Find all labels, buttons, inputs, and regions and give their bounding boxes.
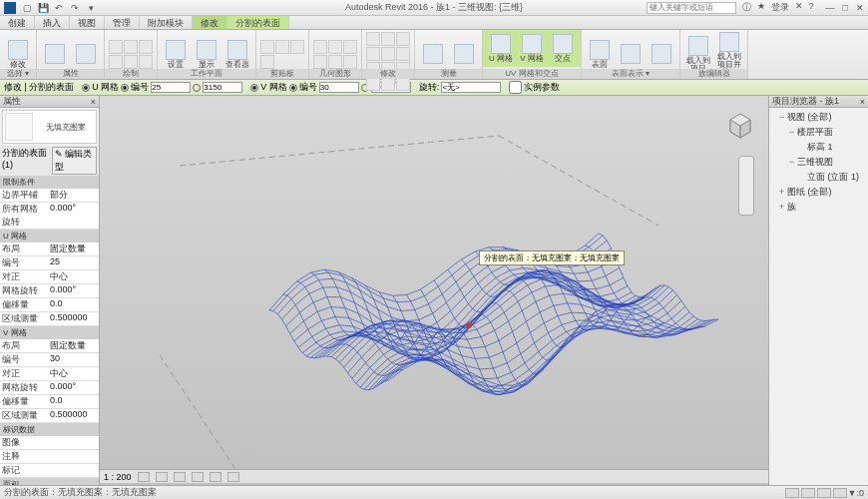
filter-count[interactable]: ▼:0	[848, 488, 864, 498]
tab-create[interactable]: 创建	[0, 16, 35, 29]
tree-item[interactable]: −三维视图	[771, 155, 866, 170]
sb-btn2[interactable]	[801, 488, 815, 498]
qat-redo-icon[interactable]: ↷	[68, 2, 82, 14]
ribbon-button[interactable]: 表面	[586, 40, 614, 69]
prop-row[interactable]: 编号30	[0, 353, 99, 367]
ribbon-small-btn[interactable]	[381, 47, 395, 61]
u-dist-radio[interactable]	[193, 84, 201, 92]
prop-row[interactable]: 网格旋转0.000°	[0, 284, 99, 298]
type-selector[interactable]: 无填充图案	[2, 110, 97, 144]
ribbon-button[interactable]	[648, 44, 675, 65]
prop-value[interactable]: 固定数量	[48, 243, 99, 255]
scale-label[interactable]: 1 : 200	[104, 472, 132, 482]
prop-value[interactable]: 中心	[48, 367, 99, 380]
prop-value[interactable]: 30	[48, 353, 99, 366]
tab-view[interactable]: 视图	[70, 16, 105, 29]
prop-row[interactable]: 偏移量0.0	[0, 298, 99, 312]
prop-section-header[interactable]: V 网格	[0, 326, 99, 339]
prop-row[interactable]: 区域测量0.500000	[0, 312, 99, 326]
tab-modify[interactable]: 修改	[193, 16, 227, 29]
sb-btn4[interactable]	[833, 488, 847, 498]
tree-item[interactable]: 立面 (立面 1)	[771, 170, 866, 185]
ribbon-small-btn[interactable]	[124, 55, 138, 69]
qat-save-icon[interactable]: 💾	[36, 2, 50, 14]
prop-row[interactable]: 布局固定数量	[0, 243, 99, 256]
prop-value[interactable]: 0.500000	[48, 312, 99, 325]
nav-bar[interactable]	[738, 156, 754, 216]
tree-item[interactable]: −楼层平面	[771, 125, 866, 140]
v-mode-radio[interactable]	[289, 84, 297, 92]
ribbon-small-btn[interactable]	[275, 40, 289, 54]
ribbon-small-btn[interactable]	[366, 47, 380, 61]
ribbon-button[interactable]: V 网格	[518, 34, 546, 63]
ribbon-small-btn[interactable]	[366, 32, 380, 46]
prop-section-header[interactable]: 限制条件	[0, 176, 99, 189]
tab-addins[interactable]: 附加模块	[140, 16, 193, 29]
prop-row[interactable]: 注释	[0, 450, 99, 464]
ribbon-small-btn[interactable]	[124, 40, 138, 54]
prop-row[interactable]: 所有网格旋转0.000°	[0, 203, 99, 230]
ribbon-small-btn[interactable]	[343, 55, 357, 69]
prop-value[interactable]: 0.000°	[48, 284, 99, 297]
v-grid-radio[interactable]	[250, 84, 258, 92]
tree-item[interactable]: +图纸 (全部)	[771, 185, 866, 200]
shadows-icon[interactable]	[192, 472, 204, 482]
ribbon-small-btn[interactable]	[313, 40, 327, 54]
ribbon-button[interactable]: 查看器	[223, 40, 251, 69]
ribbon-button[interactable]: 修改	[4, 40, 32, 69]
ribbon-button[interactable]	[450, 44, 478, 65]
edit-type-button[interactable]: ✎ 编辑类型	[52, 147, 97, 175]
info-icon[interactable]: ⓘ	[742, 1, 751, 14]
viewport-3d[interactable]: 分割的表面：无填充图案：无填充图案	[100, 96, 768, 495]
prop-value[interactable]	[48, 450, 99, 463]
ribbon-button[interactable]	[72, 44, 100, 65]
tab-manage[interactable]: 管理	[105, 16, 140, 29]
app-icon[interactable]	[4, 2, 16, 14]
sun-path-icon[interactable]	[174, 472, 186, 482]
prop-value[interactable]: 0.000°	[48, 203, 99, 229]
detail-level-icon[interactable]	[138, 472, 150, 482]
help-search[interactable]	[647, 2, 736, 14]
ribbon-small-btn[interactable]	[139, 40, 153, 54]
ribbon-button[interactable]: 交点	[549, 34, 577, 63]
v-count-input[interactable]	[319, 82, 359, 93]
qat-more-icon[interactable]: ▾	[84, 2, 98, 14]
hide-icon[interactable]	[227, 472, 239, 482]
ribbon-small-btn[interactable]	[109, 55, 123, 69]
ribbon-button[interactable]: 设置	[162, 40, 190, 69]
sb-btn3[interactable]	[817, 488, 831, 498]
tab-contextual[interactable]: 分割的表面	[227, 16, 289, 29]
ribbon-small-btn[interactable]	[381, 77, 395, 91]
ribbon-small-btn[interactable]	[396, 77, 410, 91]
maximize-button[interactable]: □	[843, 3, 848, 13]
prop-value[interactable]: 25	[48, 256, 99, 269]
prop-row[interactable]: 对正中心	[0, 270, 99, 284]
help-icon[interactable]: ?	[809, 1, 814, 14]
ribbon-small-btn[interactable]	[328, 40, 342, 54]
star-icon[interactable]: ★	[757, 1, 765, 14]
ribbon-button[interactable]: 载入到 项目	[684, 36, 712, 73]
prop-section-header[interactable]: U 网格	[0, 230, 99, 243]
prop-row[interactable]: 布局固定数量	[0, 339, 99, 353]
sb-btn1[interactable]	[785, 488, 799, 498]
prop-value[interactable]	[48, 464, 99, 477]
ribbon-small-btn[interactable]	[396, 47, 410, 61]
visual-style-icon[interactable]	[156, 472, 168, 482]
tree-item[interactable]: −视图 (全部)	[771, 110, 866, 125]
prop-value[interactable]: 固定数量	[48, 339, 99, 352]
close-button[interactable]: ✕	[856, 3, 864, 13]
instance-param-check[interactable]	[509, 81, 522, 94]
tab-insert[interactable]: 插入	[35, 16, 70, 29]
u-dist-input[interactable]	[203, 82, 242, 93]
login-button[interactable]: 登录	[771, 1, 789, 14]
prop-row[interactable]: 偏移量0.0	[0, 395, 99, 409]
prop-value[interactable]: 0.000°	[48, 381, 99, 394]
properties-close-icon[interactable]: ×	[91, 97, 96, 107]
ribbon-small-btn[interactable]	[396, 32, 410, 46]
prop-row[interactable]: 网格旋转0.000°	[0, 381, 99, 395]
ribbon-button[interactable]	[41, 44, 69, 65]
ribbon-small-btn[interactable]	[260, 40, 274, 54]
ribbon-button[interactable]: U 网格	[487, 34, 515, 63]
prop-row[interactable]: 图像	[0, 436, 99, 450]
crop-icon[interactable]	[210, 472, 221, 482]
